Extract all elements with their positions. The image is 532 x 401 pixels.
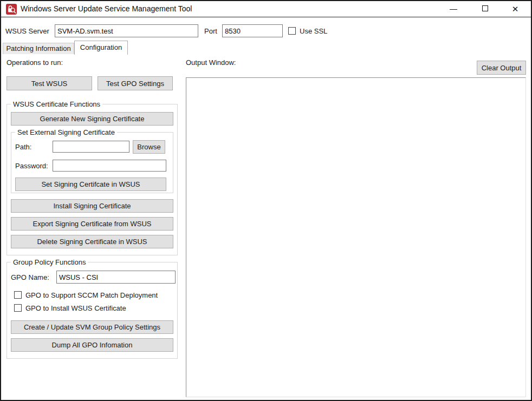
gpo-sccm-label: GPO to Support SCCM Patch Deployment bbox=[25, 291, 158, 299]
test-gpo-settings-button[interactable]: Test GPO Settings bbox=[98, 76, 173, 90]
install-signing-certificate-button[interactable]: Install Signing Certificate bbox=[11, 199, 173, 213]
use-ssl-label: Use SSL bbox=[300, 27, 327, 35]
window-title: Windows Server Update Service Management… bbox=[21, 1, 192, 17]
group-policy-functions-title: Group Policy Functions bbox=[11, 258, 88, 266]
set-external-signing-certificate-title: Set External Signing Certificate bbox=[15, 128, 117, 136]
close-icon: ✕ bbox=[512, 4, 519, 14]
path-input[interactable] bbox=[53, 141, 129, 153]
lock-magnifier-icon bbox=[6, 4, 17, 15]
wsus-server-label: WSUS Server bbox=[5, 27, 49, 35]
wsus-server-input[interactable] bbox=[55, 24, 198, 37]
close-button[interactable]: ✕ bbox=[506, 1, 524, 17]
password-label: Password: bbox=[15, 162, 48, 170]
output-window-label: Output Window: bbox=[186, 58, 236, 67]
port-label: Port bbox=[204, 27, 217, 35]
gpo-install-cert-checkbox[interactable] bbox=[14, 304, 22, 312]
gpo-name-label: GPO Name: bbox=[11, 273, 49, 281]
use-ssl-checkbox[interactable] bbox=[288, 27, 296, 35]
generate-signing-certificate-button[interactable]: Generate New Signing Certificate bbox=[11, 112, 173, 126]
wsus-certificate-functions-title: WSUS Certificate Functions bbox=[11, 100, 102, 108]
set-signing-certificate-button[interactable]: Set Signing Certifcate in WSUS bbox=[15, 178, 166, 191]
browse-button[interactable]: Browse bbox=[133, 140, 165, 154]
title-bar: Windows Server Update Service Management… bbox=[1, 1, 531, 17]
minimize-icon: — bbox=[450, 4, 457, 13]
maximize-button[interactable] bbox=[476, 1, 494, 17]
tab-configuration[interactable]: Configuration bbox=[74, 41, 128, 55]
gpo-name-input[interactable] bbox=[56, 271, 176, 284]
gpo-sccm-checkbox[interactable] bbox=[14, 291, 22, 299]
maximize-icon bbox=[482, 5, 488, 11]
port-input[interactable] bbox=[222, 24, 283, 37]
tab-label: Configuration bbox=[80, 43, 122, 51]
path-label: Path: bbox=[15, 143, 31, 151]
minimize-button[interactable]: — bbox=[444, 1, 463, 17]
password-input[interactable] bbox=[53, 160, 166, 172]
create-update-gpo-button[interactable]: Create / Update SVM Group Policy Setting… bbox=[11, 320, 173, 334]
output-window[interactable] bbox=[186, 77, 526, 397]
clear-output-button[interactable]: Clear Output bbox=[477, 61, 526, 75]
gpo-install-cert-label: GPO to Install WSUS Certificate bbox=[25, 304, 126, 312]
dump-gpo-information-button[interactable]: Dump All GPO Infomation bbox=[11, 338, 173, 352]
operations-label: Operations to run: bbox=[7, 58, 63, 67]
test-wsus-button[interactable]: Test WSUS bbox=[7, 76, 92, 90]
tab-label: Patching Information bbox=[6, 44, 70, 52]
export-signing-certificate-button[interactable]: Export Signing Certificate from WSUS bbox=[11, 217, 173, 231]
delete-signing-certificate-button[interactable]: Delete Signing Certificate in WSUS bbox=[11, 235, 173, 248]
tab-patching-information[interactable]: Patching Information bbox=[3, 43, 74, 54]
app-window: Windows Server Update Service Management… bbox=[0, 0, 532, 401]
